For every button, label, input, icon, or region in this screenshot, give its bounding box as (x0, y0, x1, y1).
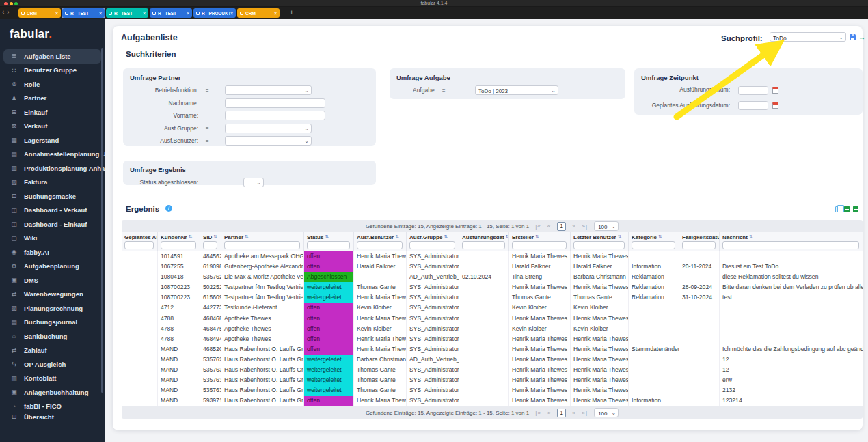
sidebar-item[interactable]: ◫ Dashboard - Verkauf (0, 204, 105, 218)
column-header[interactable]: Fälligkeitsdatum ⇅ (679, 232, 720, 251)
sidebar-item[interactable]: ⊞ Einkauf (0, 105, 105, 120)
table-row[interactable]: MAND5357629Haus Rabenhorst O. Lauffs Gmb… (122, 355, 863, 365)
calendar-icon[interactable] (772, 102, 778, 109)
close-tab-icon[interactable]: × (230, 11, 233, 16)
sidebar-item[interactable]: ◫ Dashboard - Einkauf (0, 217, 105, 232)
last-page-button[interactable]: »| (582, 410, 588, 416)
close-tab-icon[interactable]: × (143, 11, 146, 16)
table-row[interactable]: 1087002235022522Testpartner f4m Testlog … (122, 282, 863, 292)
table-row[interactable]: 47124427730Testkunde /-lieferantoffenKev… (122, 303, 863, 313)
table-row[interactable]: MAND4685201Haus Rabenhorst O. Lauffs Gmb… (122, 344, 863, 355)
column-filter-input[interactable] (224, 241, 300, 249)
column-header[interactable]: SID ⇅ (200, 232, 221, 251)
column-header[interactable]: Geplantes Ausfü ⇅ (122, 232, 158, 251)
table-row[interactable]: 47884684686Apotheke ThewesoffenHenrik Ma… (122, 314, 863, 324)
column-filter-input[interactable] (203, 241, 217, 249)
sort-icon[interactable]: ⇅ (213, 234, 217, 240)
sidebar-item[interactable]: ⊚ Rolle (0, 77, 105, 92)
geplantes-ausfuehrungsdatum-input[interactable] (738, 101, 768, 110)
calendar-icon[interactable] (772, 87, 778, 94)
column-filter-input[interactable] (632, 241, 675, 249)
sort-icon[interactable]: ⇅ (658, 234, 662, 240)
sidebar-item[interactable]: ♟ Partner (0, 92, 105, 106)
table-row[interactable]: 1087002236156091Testpartner f4m Testlog … (122, 292, 863, 303)
sidebar-item[interactable]: ⊡ Buchungsmaske (0, 189, 105, 204)
new-tab-button[interactable]: + (290, 9, 293, 16)
sort-icon[interactable]: ⇅ (189, 234, 193, 240)
column-filter-input[interactable] (357, 241, 403, 249)
column-header[interactable]: Nachricht ⇅ (720, 232, 863, 251)
sidebar-item[interactable]: ⌂ Bankbuchung (0, 329, 105, 344)
sort-icon[interactable]: ⇅ (325, 234, 329, 240)
column-filter-input[interactable] (573, 241, 625, 249)
close-tab-icon[interactable]: × (187, 11, 189, 16)
sidebar-item[interactable]: ▥ Produktionsplanung Anhausen (0, 161, 105, 176)
sort-icon[interactable]: ⇅ (395, 234, 399, 240)
table-row[interactable]: 10804185357627Die Max & Moritz Apotheke … (122, 272, 863, 282)
sidebar-item[interactable]: ∷ Benutzer Gruppe (0, 64, 105, 78)
close-tab-icon[interactable]: × (99, 11, 102, 16)
column-header[interactable]: Letzter Benutzer ⇅ (571, 232, 629, 251)
sidebar-item[interactable]: ⊠ Verkauf (0, 120, 105, 134)
ausf-benutzer-select[interactable]: ⌄ (225, 136, 312, 146)
sidebar-item[interactable]: ▤ Annahmestellenplanung Unkel (0, 148, 105, 162)
copy-button[interactable] (835, 206, 841, 212)
ausf-gruppe-select[interactable]: ⌄ (225, 124, 312, 133)
run-search-button[interactable]: → (858, 34, 865, 40)
column-filter-input[interactable] (682, 241, 716, 249)
current-page-box[interactable]: 1 (557, 409, 566, 417)
last-page-button[interactable]: »| (582, 223, 588, 230)
column-filter-input[interactable] (512, 241, 567, 249)
sidebar-item[interactable]: ▤ Buchungsjournal (0, 316, 105, 330)
table-row[interactable]: 10145914845621Apotheke am Messepark OHG … (122, 251, 863, 262)
column-filter-input[interactable] (409, 241, 455, 249)
column-header[interactable]: Ersteller ⇅ (509, 232, 571, 251)
current-page-box[interactable]: 1 (557, 222, 566, 231)
column-header[interactable]: Ausf.Gruppe ⇅ (407, 232, 459, 251)
table-row[interactable]: MAND5357637Haus Rabenhorst O. Lauffs Gmb… (122, 385, 863, 396)
browser-tab[interactable]: R - TEST × (150, 8, 192, 18)
column-header[interactable]: Partner ⇅ (221, 232, 304, 251)
search-profile-select[interactable]: ToDo ⌄ (770, 32, 846, 42)
sidebar-item[interactable]: ▥ Kontoblatt (0, 372, 105, 386)
table-row[interactable]: MAND5939719Haus Rabenhorst O. Lauffs Gmb… (122, 396, 863, 406)
next-page-button[interactable]: » (572, 410, 575, 416)
sidebar-item[interactable]: ⇆ OP Ausgleich (0, 357, 105, 372)
column-filter-input[interactable] (722, 241, 859, 249)
browser-tab[interactable]: R - PRODUKTIV × (193, 8, 236, 18)
sidebar-item[interactable]: ◔ fabBI - FICO (0, 400, 105, 409)
sidebar-item[interactable]: ⇄ Warenbewegungen (0, 288, 105, 302)
column-header[interactable]: Kategorie ⇅ (629, 232, 679, 251)
nachname-input[interactable] (225, 98, 325, 108)
vorname-input[interactable] (225, 111, 325, 120)
aufgabe-select[interactable]: ToDo | 2023⌄ (475, 85, 558, 95)
browser-tab[interactable]: R - TEST × (106, 8, 148, 18)
close-tab-icon[interactable]: × (55, 11, 58, 16)
nav-forward-icon[interactable]: › (7, 8, 12, 16)
sort-icon[interactable]: ⇅ (506, 234, 508, 240)
column-filter-input[interactable] (462, 241, 505, 249)
close-tab-icon[interactable]: × (274, 11, 277, 16)
sidebar-item-uebersicht[interactable]: ⊞ Übersicht (0, 410, 105, 424)
info-icon[interactable]: i (165, 205, 172, 212)
export-csv-button[interactable] (853, 206, 858, 212)
sidebar-item[interactable]: ⚙ Aufgabenplanung (0, 260, 105, 274)
sidebar-scrollbar[interactable] (101, 48, 103, 393)
column-header[interactable]: Ausf.Benutzer ⇅ (354, 232, 407, 251)
status-abgeschlossen-select[interactable]: ⌄ (243, 178, 264, 187)
sort-icon[interactable]: ⇅ (618, 234, 622, 240)
sidebar-item[interactable]: ▦ Lagerstand (0, 133, 105, 148)
table-row[interactable]: 47884684757Apotheke ThewesoffenKevin Klo… (122, 324, 863, 334)
sidebar-item[interactable]: ▣ Anlagenbuchhaltung (0, 385, 105, 400)
sidebar-item[interactable]: ▢ Wiki (0, 232, 105, 246)
table-row[interactable]: 47884684943Apotheke ThewesoffenHenrik Ma… (122, 334, 863, 344)
table-row[interactable]: MAND5357635Haus Rabenhorst O. Lauffs Gmb… (122, 375, 863, 385)
column-header[interactable]: KundenNr ⇅ (158, 232, 200, 251)
save-profile-button[interactable] (850, 34, 856, 40)
page-size-select[interactable]: 100⌄ (594, 408, 619, 417)
sidebar-item[interactable]: ▨ Planungsrechnung (0, 301, 105, 316)
sidebar-item[interactable]: ◉ fabby.AI (0, 245, 105, 260)
prev-page-button[interactable]: « (547, 223, 551, 230)
browser-tab[interactable]: R - TEST × (62, 8, 105, 18)
column-header[interactable]: Ausführungsdat ⇅ (459, 232, 509, 251)
